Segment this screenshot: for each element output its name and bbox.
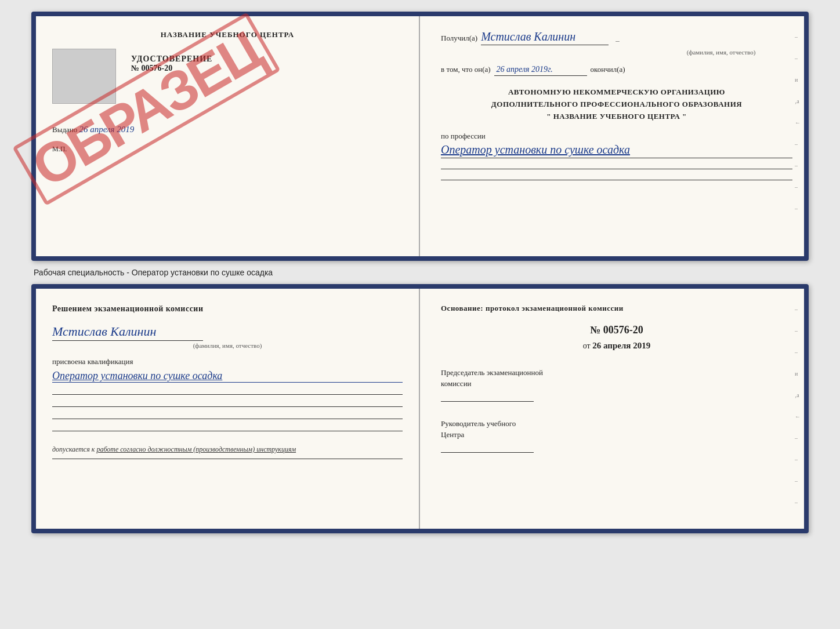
vydano-label: Выдано	[52, 125, 77, 134]
osnovanie-header: Основание: протокол экзаменационной коми…	[441, 303, 792, 315]
vydano-block: Выдано 26 апреля 2019	[52, 125, 403, 134]
poluchil-label: Получил(а)	[441, 34, 477, 43]
dopuskaetsya-prefix: допускается к	[52, 445, 95, 453]
decision-header: Решением экзаменационной комиссии	[52, 303, 403, 315]
stamp-text: ОБРАЗЕЦ	[12, 12, 280, 206]
certificate-book-top: НАЗВАНИЕ УЧЕБНОГО ЦЕНТРА УДОСТОВЕРЕНИЕ №…	[31, 12, 809, 261]
profession-handwritten: Оператор установки по сушке осадка	[441, 143, 792, 158]
poprofessii-label: по профессии	[441, 132, 792, 141]
side-ticks-2: – – – и ‚а ← – – – –	[795, 306, 801, 506]
dopuskaetsya-text: работе согласно должностным (производств…	[96, 445, 296, 453]
prisvoena-label: присвоена квалификация	[52, 357, 403, 366]
name-handwritten2: Мстислав Калинин	[52, 324, 203, 341]
protocol-date: от 26 апреля 2019	[441, 341, 792, 351]
side-ticks: – – и ‚а ← – – – –	[795, 34, 801, 212]
training-center-title: НАЗВАНИЕ УЧЕБНОГО ЦЕНТРА	[52, 30, 403, 39]
date-prefix: от	[583, 341, 591, 350]
okonchil-label: окончил(а)	[591, 65, 625, 74]
mp-label: М.П.	[52, 145, 403, 154]
predsedatel-label2: комиссии	[441, 378, 792, 390]
udostoverenie-label: УДОСТОВЕРЕНИЕ	[131, 54, 212, 64]
vtom-prefix: в том, что он(а)	[441, 65, 491, 74]
rukovoditel-block: Руководитель учебного Центра	[441, 418, 792, 453]
rukovoditel-label1: Руководитель учебного	[441, 418, 792, 430]
right-lines	[441, 169, 792, 180]
qualification-handwritten: Оператор установки по сушке осадка	[52, 370, 403, 383]
org-line1: АВТОНОМНУЮ НЕКОММЕРЧЕСКУЮ ОРГАНИЗАЦИЮ	[441, 86, 792, 99]
right-page-top: Получил(а) Мстислав Калинин _ (фамилия, …	[420, 16, 804, 256]
rukovoditel-sig-line	[441, 452, 534, 453]
org-line3: " НАЗВАНИЕ УЧЕБНОГО ЦЕНТРА "	[441, 111, 792, 123]
right-page-bottom: Основание: протокол экзаменационной коми…	[420, 289, 804, 529]
dopuskaetsya-block: допускается к работе согласно должностны…	[52, 445, 403, 454]
fio-hint2: (фамилия, имя, отчество)	[52, 342, 403, 349]
protocol-date-value: 26 апреля 2019	[592, 341, 650, 350]
poluchil-line: Получил(а) Мстислав Калинин _	[441, 30, 792, 45]
certificate-number: № 00576-20	[131, 64, 172, 73]
predsedatel-label1: Председатель экзаменационной	[441, 367, 792, 379]
left-page-top: НАЗВАНИЕ УЧЕБНОГО ЦЕНТРА УДОСТОВЕРЕНИЕ №…	[36, 16, 420, 256]
vtom-date: 26 апреля 2019г.	[494, 65, 587, 76]
certificate-book-bottom: Решением экзаменационной комиссии Мстисл…	[31, 284, 809, 533]
photo-placeholder	[52, 49, 116, 104]
left-page-bottom: Решением экзаменационной комиссии Мстисл…	[36, 289, 420, 529]
predsedatel-block: Председатель экзаменационной комиссии	[441, 367, 792, 402]
vydano-date: 26 апреля 2019	[79, 125, 135, 134]
predsedatel-sig-line	[441, 401, 534, 402]
org-block: АВТОНОМНУЮ НЕКОММЕРЧЕСКУЮ ОРГАНИЗАЦИЮ ДО…	[441, 86, 792, 122]
recipient-name: Мстислав Калинин	[481, 30, 609, 45]
specialty-label: Рабочая специальность - Оператор установ…	[34, 268, 273, 277]
vtom-line: в том, что он(а) 26 апреля 2019г. окончи…	[441, 65, 792, 76]
blank-lines2	[52, 394, 403, 431]
org-line2: ДОПОЛНИТЕЛЬНОГО ПРОФЕССИОНАЛЬНОГО ОБРАЗО…	[441, 99, 792, 111]
protocol-number: № 00576-20	[441, 324, 792, 336]
rukovoditel-label2: Центра	[441, 429, 792, 441]
